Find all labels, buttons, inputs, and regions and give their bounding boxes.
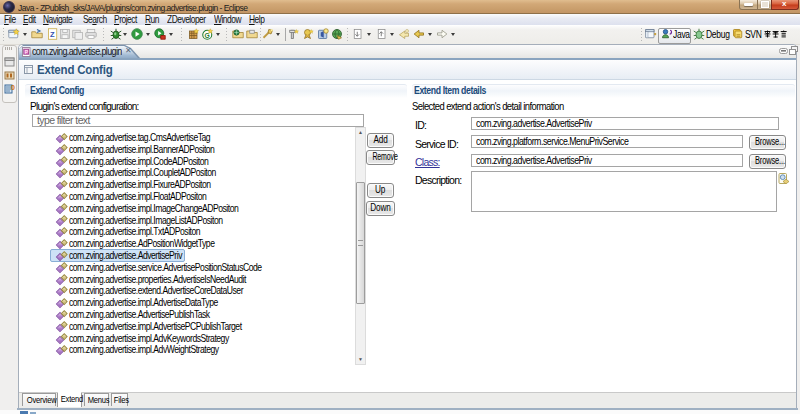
svg-text:Z: Z [50,30,55,39]
svg-text:0: 0 [11,84,15,91]
